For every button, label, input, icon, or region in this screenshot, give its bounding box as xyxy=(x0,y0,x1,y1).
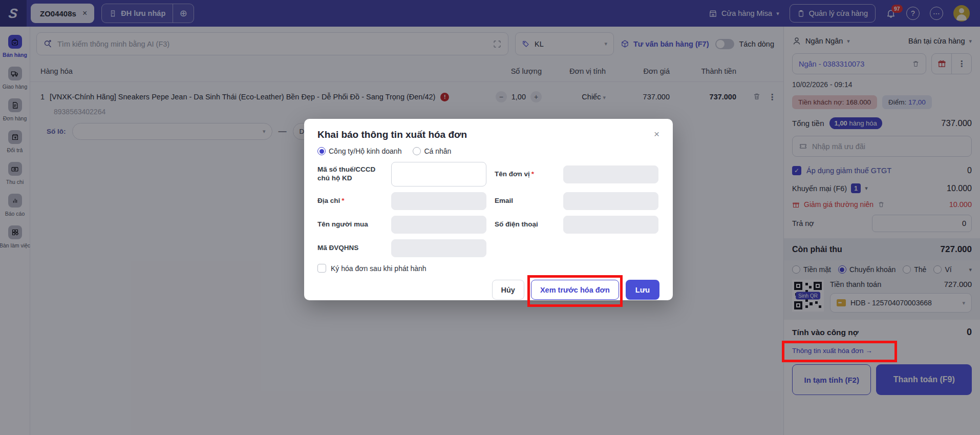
close-modal-icon[interactable]: × xyxy=(654,129,659,139)
annotation-box-invoice-link xyxy=(782,341,897,362)
email-label: Email xyxy=(495,197,555,205)
sign-after-issue-row: Ký hóa đơn sau khi phát hành xyxy=(317,264,659,273)
tax-code-input[interactable] xyxy=(391,162,486,187)
sign-checkbox-label: Ký hóa đơn sau khi phát hành xyxy=(331,264,427,273)
entity-type-radios: Công ty/Hộ kinh doanh Cá nhân xyxy=(317,147,659,155)
invoice-form: Mã số thuế/CCCD chủ hộ KD Tên đơn vị* Đị… xyxy=(317,162,659,257)
budget-code-input[interactable] xyxy=(391,239,486,257)
address-label: Địa chỉ* xyxy=(317,197,383,205)
required-mark: * xyxy=(342,197,344,204)
invoice-info-modal: Khai báo thông tin xuất hóa đơn × Công t… xyxy=(304,119,673,300)
save-button[interactable]: Lưu xyxy=(626,280,659,300)
buyer-name-input[interactable] xyxy=(391,216,486,234)
address-input[interactable] xyxy=(391,192,486,210)
radio-icon xyxy=(413,147,421,155)
buyer-name-label: Tên người mua xyxy=(317,220,383,229)
sign-checkbox[interactable] xyxy=(317,264,326,273)
phone-label: Số điện thoại xyxy=(495,220,555,229)
pos-screen: S ZO04408s × ĐH lưu nháp ⊕ Cửa hàng Misa… xyxy=(0,0,980,435)
modal-buttons: Hủy Xem trước hóa đơn Lưu xyxy=(317,280,659,300)
phone-input[interactable] xyxy=(563,216,658,234)
modal-title: Khai báo thông tin xuất hóa đơn xyxy=(317,129,467,140)
unit-name-input[interactable] xyxy=(563,165,658,183)
radio-company[interactable]: Công ty/Hộ kinh doanh xyxy=(317,147,401,155)
radio-personal[interactable]: Cá nhân xyxy=(413,147,451,155)
unit-name-label: Tên đơn vị* xyxy=(495,170,555,179)
required-mark: * xyxy=(531,170,534,178)
tax-code-label: Mã số thuế/CCCD chủ hộ KD xyxy=(317,165,383,183)
cancel-button[interactable]: Hủy xyxy=(492,280,524,300)
preview-invoice-button[interactable]: Xem trước hóa đơn xyxy=(531,280,619,300)
email-input[interactable] xyxy=(563,192,658,210)
radio-selected-icon xyxy=(317,147,326,155)
budget-code-label: Mã ĐVQHNS xyxy=(317,244,383,253)
